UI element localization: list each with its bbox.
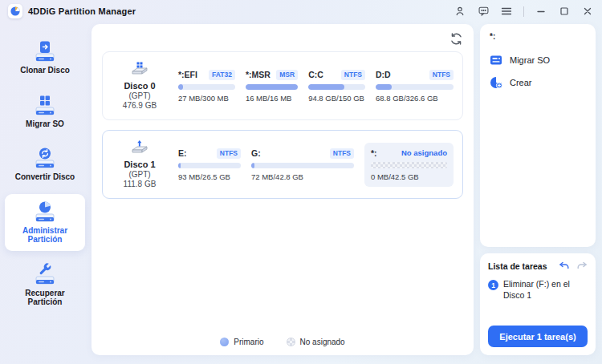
sidebar-item-recuperar-particion[interactable]: Recuperar Partición [5,257,85,313]
unassigned-swatch-icon [287,338,295,346]
filesystem-badge: FAT32 [209,70,235,80]
disk-info-disco-0: Disco 0 (GPT) 476.9 GB [112,62,168,110]
filesystem-badge: NTFS [330,148,354,159]
maximize-icon[interactable] [558,5,571,18]
partition-label: *:MSR [246,70,270,79]
sidebar-item-label: Recuperar Partición [8,289,82,307]
disk-row-disco-0[interactable]: Disco 0 (GPT) 476.9 GB *:EFI FAT32 27 MB… [102,51,463,120]
usage-bar [308,84,365,90]
disk-name: Disco 1 [112,160,168,169]
partition-msr[interactable]: *:MSR MSR 16 MB/16 MB [246,70,298,103]
primary-swatch-icon [220,338,229,346]
partition-g[interactable]: G: NTFS 72 MB/42.8 GB [251,148,354,181]
titlebar: 4DDiG Partition Manager [0,0,602,22]
sidebar-item-migrar-so[interactable]: Migrar SO [5,87,85,135]
sidebar-item-label: Migrar SO [26,119,64,129]
usb-disk-icon [129,140,150,155]
sidebar-item-convertir-disco[interactable]: Convertir Disco [5,140,85,188]
menu-icon[interactable] [500,5,513,18]
execute-tasks-button[interactable]: Ejecutar 1 tarea(s) [488,326,588,347]
task-number-badge: 1 [488,280,498,290]
unallocated-bar [371,162,447,168]
app-logo-icon [8,4,22,18]
partition-label: D:D [376,70,391,79]
legend: Primario No asignado [92,338,474,346]
clone-disk-icon [33,40,57,63]
sidebar-item-clonar-disco[interactable]: Clonar Disco [5,34,85,82]
task-list-title: Lista de tareas [488,261,547,271]
legend-unassigned: No asignado [287,338,345,346]
redo-icon[interactable] [576,261,588,271]
disk-scheme: (GPT) [112,91,168,100]
disk-size: 111.8 GB [112,180,168,188]
partition-label: E: [178,148,187,158]
refresh-icon[interactable] [449,32,464,47]
legend-primary: Primario [220,338,263,346]
unallocated-status: No asignado [401,148,447,157]
filesystem-badge: NTFS [341,70,365,80]
account-icon[interactable] [454,5,466,18]
partition-label: C:C [308,70,323,79]
sidebar-item-label: Clonar Disco [20,66,70,75]
partition-usage: 68.8 GB/326.6 GB [376,94,454,103]
disk-info-disco-1: Disco 1 (GPT) 111.8 GB [112,140,168,188]
usage-bar [376,84,454,90]
partition-usage: 94.8 GB/150 GB [308,94,365,103]
selected-partition-label: *: [490,32,588,41]
disk-name: Disco 0 [112,81,168,91]
partition-label: *: [371,148,377,158]
disk-map-panel: Disco 0 (GPT) 476.9 GB *:EFI FAT32 27 MB… [92,24,474,355]
disk-size: 476.9 GB [112,101,168,110]
action-label: Crear [510,78,532,87]
legend-label: Primario [234,338,263,346]
filesystem-badge: MSR [276,70,298,80]
disk-row-disco-1[interactable]: Disco 1 (GPT) 111.8 GB E: NTFS 93 MB/26.… [102,130,463,199]
create-partition-icon [490,76,502,89]
task-text: Eliminar (F:) en el Disco 1 [503,279,588,301]
convert-disk-icon [33,147,57,169]
filesystem-badge: NTFS [217,148,241,159]
sidebar-item-administrar-particion[interactable]: Administrar Partición [5,194,85,251]
action-label: Migrar SO [510,55,550,65]
partition-efi[interactable]: *:EFI FAT32 27 MB/300 MB [178,70,235,103]
action-crear[interactable]: Crear [488,71,588,94]
sidebar-item-label: Convertir Disco [15,172,75,182]
partition-unallocated-selected[interactable]: *: No asignado 0 MB/42.5 GB [364,143,454,187]
partition-usage: 16 MB/16 MB [246,94,298,103]
partition-usage: 93 MB/26.5 GB [178,172,241,181]
partition-usage: 27 MB/300 MB [178,94,235,103]
usage-bar [246,84,298,90]
partition-label: *:EFI [178,70,197,79]
context-actions-panel: *: Migrar SO Crear [480,24,596,247]
feedback-icon[interactable] [477,5,490,18]
close-icon[interactable] [581,5,594,18]
migrate-os-icon [33,94,57,116]
recover-partition-icon [33,263,57,285]
partition-d[interactable]: D:D NTFS 68.8 GB/326.6 GB [376,70,454,103]
sidebar-item-label: Administrar Partición [8,226,82,245]
usage-bar [178,84,235,90]
internal-disk-icon [129,62,150,76]
partition-label: G: [251,148,261,158]
undo-icon[interactable] [559,261,570,271]
sidebar: Clonar Disco Migrar SO Convertir Disco [0,22,90,364]
app-title: 4DDiG Partition Manager [28,6,136,16]
task-item[interactable]: 1 Eliminar (F:) en el Disco 1 [488,279,588,301]
legend-label: No asignado [300,338,345,346]
usage-bar [178,163,241,168]
filesystem-badge: NTFS [429,70,454,80]
partition-c[interactable]: C:C NTFS 94.8 GB/150 GB [308,70,365,103]
task-list-panel: Lista de tareas 1 Eliminar (F:) en el Di… [480,253,596,355]
manage-partition-icon [33,200,57,223]
minimize-icon[interactable] [535,5,547,18]
titlebar-divider [523,6,524,17]
usage-bar [251,163,354,168]
migrate-os-icon [490,54,502,67]
partition-e[interactable]: E: NTFS 93 MB/26.5 GB [178,148,241,181]
partition-usage: 0 MB/42.5 GB [371,172,447,181]
disk-scheme: (GPT) [112,170,168,179]
partition-usage: 72 MB/42.8 GB [251,172,354,181]
action-migrar-so[interactable]: Migrar SO [488,49,588,71]
